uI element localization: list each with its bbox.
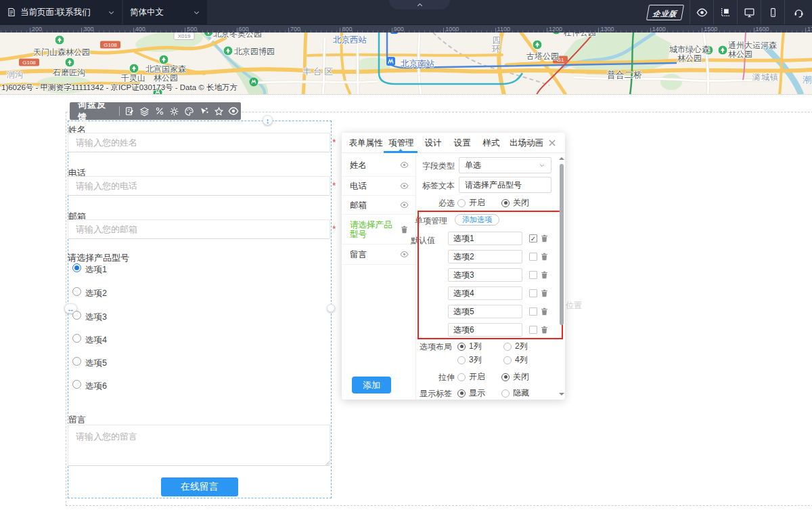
option1-input[interactable] bbox=[448, 232, 522, 245]
tab-settings[interactable]: 设置 bbox=[452, 133, 472, 153]
eye-icon[interactable] bbox=[400, 200, 409, 209]
map-label: 普合二桥 bbox=[607, 70, 642, 79]
layout-3col-label[interactable]: 3列 bbox=[469, 354, 482, 366]
scrollbar-thumb[interactable] bbox=[560, 164, 564, 325]
trash-icon[interactable] bbox=[400, 225, 409, 234]
option4-checkbox[interactable] bbox=[529, 289, 537, 297]
email-input[interactable] bbox=[68, 219, 330, 239]
favorite-button[interactable] bbox=[211, 102, 226, 120]
eye-icon[interactable] bbox=[400, 182, 409, 190]
option3-input[interactable] bbox=[448, 268, 522, 282]
option2-checkbox[interactable] bbox=[529, 253, 537, 261]
animation-button[interactable] bbox=[196, 102, 211, 120]
support-button[interactable] bbox=[785, 0, 812, 24]
visibility-button[interactable] bbox=[226, 102, 241, 120]
trash-icon[interactable] bbox=[540, 234, 549, 243]
radio-option1[interactable] bbox=[72, 263, 81, 272]
required-off-label[interactable]: 关闭 bbox=[513, 197, 529, 209]
option3-checkbox[interactable] bbox=[529, 271, 537, 279]
option6-input[interactable] bbox=[448, 323, 522, 337]
option1-checkbox[interactable]: ✓ bbox=[529, 234, 537, 242]
tab-style[interactable]: 样式 bbox=[481, 133, 501, 153]
trash-icon[interactable] bbox=[540, 252, 549, 261]
map-module[interactable]: G108 G108 X019 G1 天门山森林公园 石磨匠沟 润沟 千灵山 北宫… bbox=[0, 33, 812, 95]
radio-option1-label[interactable]: 选项1 bbox=[85, 264, 107, 276]
layout-1col-radio[interactable] bbox=[457, 343, 466, 351]
field-list-item[interactable]: 电话 bbox=[342, 177, 415, 196]
layout-4col-radio[interactable] bbox=[503, 356, 512, 364]
hide-radio-label[interactable]: 隐藏 bbox=[513, 387, 529, 399]
layout-2col-radio[interactable] bbox=[503, 343, 512, 351]
option5-checkbox[interactable] bbox=[529, 307, 537, 316]
edit-content-button[interactable] bbox=[122, 102, 137, 120]
desktop-view-button[interactable] bbox=[738, 0, 761, 24]
close-icon[interactable] bbox=[547, 138, 557, 148]
required-on-radio[interactable] bbox=[457, 199, 466, 207]
tab-design[interactable]: 设计 bbox=[423, 133, 443, 153]
ruler-button[interactable] bbox=[714, 0, 737, 24]
style-button[interactable] bbox=[181, 102, 196, 120]
radio-option3-label[interactable]: 选项3 bbox=[85, 312, 107, 323]
label-text-input[interactable] bbox=[459, 177, 551, 193]
add-option-button[interactable]: 添加选项 bbox=[455, 214, 499, 226]
move-handle[interactable]: ↕ bbox=[263, 115, 273, 125]
name-input[interactable] bbox=[68, 133, 330, 152]
language-dropdown[interactable]: 简体中文 bbox=[123, 0, 207, 24]
option6-checkbox[interactable] bbox=[529, 326, 537, 334]
show-radio[interactable] bbox=[457, 389, 466, 398]
scroll-down-arrow[interactable] bbox=[559, 393, 564, 398]
layout-1col-label[interactable]: 1列 bbox=[469, 341, 482, 352]
radio-option4-label[interactable]: 选项4 bbox=[85, 335, 107, 346]
radio-option5-label[interactable]: 选项5 bbox=[85, 358, 107, 369]
mobile-view-button[interactable] bbox=[761, 0, 784, 24]
radio-option6[interactable] bbox=[72, 380, 81, 389]
layout-4col-label[interactable]: 4列 bbox=[515, 354, 528, 366]
submit-button[interactable]: 在线留言 bbox=[161, 477, 238, 496]
radio-option4[interactable] bbox=[72, 334, 81, 343]
stretch-on-label[interactable]: 开启 bbox=[469, 371, 485, 383]
radio-option3[interactable] bbox=[72, 311, 81, 320]
eye-icon[interactable] bbox=[400, 250, 409, 259]
layout-2col-label[interactable]: 2列 bbox=[515, 341, 528, 352]
field-list-item[interactable]: 邮箱 bbox=[342, 196, 415, 215]
radio-option5[interactable] bbox=[72, 357, 81, 366]
radio-option6-label[interactable]: 选项6 bbox=[85, 381, 107, 392]
scroll-up-arrow[interactable] bbox=[559, 154, 564, 160]
preview-button[interactable] bbox=[690, 0, 713, 24]
phone-input[interactable] bbox=[68, 176, 330, 196]
radio-option2-label[interactable]: 选项2 bbox=[85, 288, 107, 299]
field-list-item[interactable]: 姓名 bbox=[342, 154, 415, 177]
stretch-off-label[interactable]: 关闭 bbox=[513, 371, 529, 383]
stretch-on-radio[interactable] bbox=[457, 373, 466, 381]
show-radio-label[interactable]: 显示 bbox=[469, 387, 485, 399]
radio-option2[interactable] bbox=[72, 287, 81, 296]
hide-radio[interactable] bbox=[501, 389, 510, 398]
option2-input[interactable] bbox=[448, 250, 522, 263]
layers-button[interactable] bbox=[137, 102, 152, 120]
option4-input[interactable] bbox=[448, 286, 522, 300]
required-off-radio[interactable] bbox=[501, 199, 510, 207]
eye-icon[interactable] bbox=[400, 161, 409, 169]
resize-right-handle[interactable] bbox=[327, 304, 335, 312]
message-textarea[interactable] bbox=[68, 425, 330, 466]
trash-icon[interactable] bbox=[540, 307, 549, 316]
add-field-button[interactable]: 添加 bbox=[352, 377, 391, 393]
map-label: 城市绿心森林公园 bbox=[669, 45, 710, 63]
tab-form-properties[interactable]: 表单属性 bbox=[347, 133, 384, 153]
opacity-button[interactable] bbox=[152, 102, 167, 120]
field-list-item-selected[interactable]: 请选择产品型号 bbox=[342, 215, 415, 244]
field-list-item[interactable]: 留言 bbox=[342, 244, 415, 265]
trash-icon[interactable] bbox=[540, 270, 549, 280]
field-type-select[interactable]: 单选 bbox=[459, 157, 551, 173]
layout-3col-radio[interactable] bbox=[457, 356, 466, 364]
trash-icon[interactable] bbox=[540, 289, 549, 298]
stretch-off-radio[interactable] bbox=[501, 373, 510, 381]
enterprise-badge[interactable]: 企业版 bbox=[646, 5, 684, 20]
settings-button[interactable] bbox=[167, 102, 182, 120]
required-on-label[interactable]: 开启 bbox=[469, 197, 485, 209]
tab-entrance-animation[interactable]: 出场动画 bbox=[508, 133, 545, 153]
current-page-dropdown[interactable]: 当前页面:联系我们 bbox=[0, 0, 122, 24]
collapse-topbar-tab[interactable] bbox=[389, 0, 450, 9]
trash-icon[interactable] bbox=[540, 325, 549, 335]
option5-input[interactable] bbox=[448, 305, 522, 318]
